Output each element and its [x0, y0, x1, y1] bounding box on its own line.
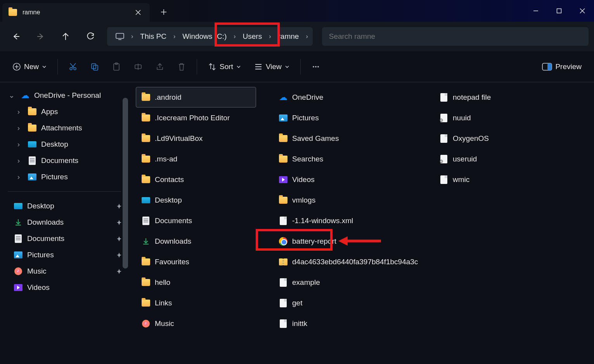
crumb-ramne[interactable]: ramne — [273, 27, 305, 46]
sidebar-item-desktop[interactable]: ›Desktop — [4, 136, 125, 153]
chevron-right-icon[interactable]: › — [14, 173, 23, 181]
maximize-button[interactable] — [547, 2, 571, 20]
file-item[interactable]: .Ld9VirtualBox — [136, 128, 256, 149]
file-name: Saved Games — [292, 134, 339, 143]
file-item[interactable]: d4ac4633ebd6440fa397b84f1bc94a3c — [273, 251, 417, 272]
preview-button[interactable]: Preview — [537, 59, 587, 74]
file-item[interactable]: nuuid — [434, 107, 554, 128]
file-icon — [279, 217, 287, 225]
folder-icon — [28, 107, 36, 116]
file-item[interactable]: Searches — [273, 149, 417, 169]
chevron-right-icon[interactable]: › — [14, 140, 23, 149]
sidebar-item-onedrive[interactable]: ⌄ ☁ OneDrive - Personal — [4, 87, 125, 104]
share-button[interactable] — [150, 59, 170, 74]
crumb-windows-c[interactable]: Windows (C:) — [177, 27, 232, 46]
file-item[interactable]: OxygenOS — [434, 128, 554, 149]
address-bar[interactable]: › This PC › Windows (C:) › Users › ramne… — [107, 27, 313, 46]
file-item[interactable]: Videos — [273, 169, 417, 190]
file-item[interactable]: wmic — [434, 169, 554, 190]
rename-button[interactable] — [128, 59, 148, 74]
file-item[interactable]: useruid — [434, 149, 554, 169]
file-item[interactable]: Favourites — [136, 251, 256, 272]
window-tab[interactable]: ramne — [2, 3, 150, 22]
file-item[interactable]: .ms-ad — [136, 149, 256, 169]
up-button[interactable] — [55, 28, 76, 45]
file-item[interactable]: Pictures — [273, 107, 417, 128]
file-item[interactable]: inittk — [273, 313, 417, 334]
file-item[interactable]: Documents — [136, 210, 256, 231]
minimize-button[interactable] — [524, 2, 547, 20]
separator — [197, 59, 197, 75]
refresh-button[interactable] — [80, 28, 101, 45]
chevron-right-icon[interactable]: › — [14, 156, 23, 165]
pc-icon-crumb[interactable] — [110, 27, 130, 46]
search-input[interactable] — [329, 32, 582, 41]
file-item[interactable]: ☁OneDrive — [273, 87, 417, 107]
chevron-right-icon[interactable]: › — [14, 124, 23, 132]
pic-icon — [279, 114, 287, 122]
back-button[interactable] — [5, 28, 26, 45]
pin-icon — [116, 252, 122, 258]
file-item[interactable]: vmlogs — [273, 190, 417, 210]
file-name: battery-report — [292, 237, 336, 246]
sidebar-quick-music[interactable]: Music — [4, 263, 125, 279]
more-button[interactable] — [306, 59, 326, 74]
forward-button[interactable] — [30, 28, 51, 45]
chevron-down-icon[interactable]: ⌄ — [7, 91, 16, 100]
file-item[interactable]: Saved Games — [273, 128, 417, 149]
file-icon — [440, 134, 448, 143]
sidebar-item-documents[interactable]: ›Documents — [4, 153, 125, 169]
sidebar-quick-pictures[interactable]: Pictures — [4, 247, 125, 263]
sidebar-quick-desktop[interactable]: Desktop — [4, 198, 125, 214]
crumb-users[interactable]: Users — [237, 27, 268, 46]
docpage-icon — [28, 156, 36, 165]
pin-icon — [116, 203, 122, 209]
sidebar-quick-downloads[interactable]: Downloads — [4, 214, 125, 231]
file-item[interactable]: Downloads — [136, 231, 256, 251]
file-item[interactable]: .Icecream Photo Editor — [136, 107, 256, 128]
tab-title: ramne — [23, 9, 40, 16]
file-item[interactable]: notepad file — [434, 87, 554, 107]
crumb-this-pc[interactable]: This PC — [135, 27, 172, 46]
new-button[interactable]: New — [7, 59, 52, 74]
file-item[interactable]: get — [273, 293, 417, 313]
minimize-icon — [533, 8, 539, 14]
close-tab-button[interactable] — [133, 7, 144, 18]
file-name: example — [292, 278, 320, 287]
search-box[interactable] — [322, 27, 589, 46]
sidebar-item-attachments[interactable]: ›Attachments — [4, 120, 125, 136]
sidebar-quick-documents[interactable]: Documents — [4, 231, 125, 247]
chevron-right-icon: › — [172, 33, 177, 40]
pin-icon — [116, 269, 122, 274]
chevron-right-icon[interactable]: › — [14, 107, 23, 116]
music-icon — [142, 319, 150, 328]
file-item[interactable]: hello — [136, 272, 256, 293]
sidebar-item-apps[interactable]: ›Apps — [4, 104, 125, 120]
file-item[interactable]: -1.14-windows.xml — [273, 210, 417, 231]
file-item[interactable]: example — [273, 272, 417, 293]
file-name: Desktop — [155, 196, 182, 205]
file-item[interactable]: Contacts — [136, 169, 256, 190]
sidebar-item-pictures[interactable]: ›Pictures — [4, 169, 125, 185]
file-name: Downloads — [155, 237, 191, 246]
paste-button[interactable] — [107, 59, 126, 74]
close-window-button[interactable] — [571, 2, 594, 20]
cut-button[interactable] — [63, 59, 83, 74]
desktop-icon — [28, 140, 36, 149]
file-item[interactable]: Links — [136, 293, 256, 313]
sort-button[interactable]: Sort — [203, 59, 246, 74]
file-item[interactable]: Music — [136, 313, 256, 334]
arrow-up-icon — [61, 32, 70, 41]
new-tab-button[interactable] — [156, 4, 171, 20]
sidebar-quick-videos[interactable]: Videos — [4, 279, 125, 296]
file-item[interactable]: Desktop — [136, 190, 256, 210]
view-button[interactable]: View — [249, 59, 295, 74]
file-item[interactable]: .android — [136, 87, 256, 107]
maximize-icon — [556, 8, 562, 14]
folder-icon — [142, 134, 150, 143]
copy-button[interactable] — [85, 59, 104, 74]
sidebar-scrollbar[interactable] — [123, 98, 128, 269]
delete-button[interactable] — [172, 59, 191, 74]
sidebar-item-label: Pictures — [27, 251, 54, 259]
rename-icon — [134, 62, 142, 71]
